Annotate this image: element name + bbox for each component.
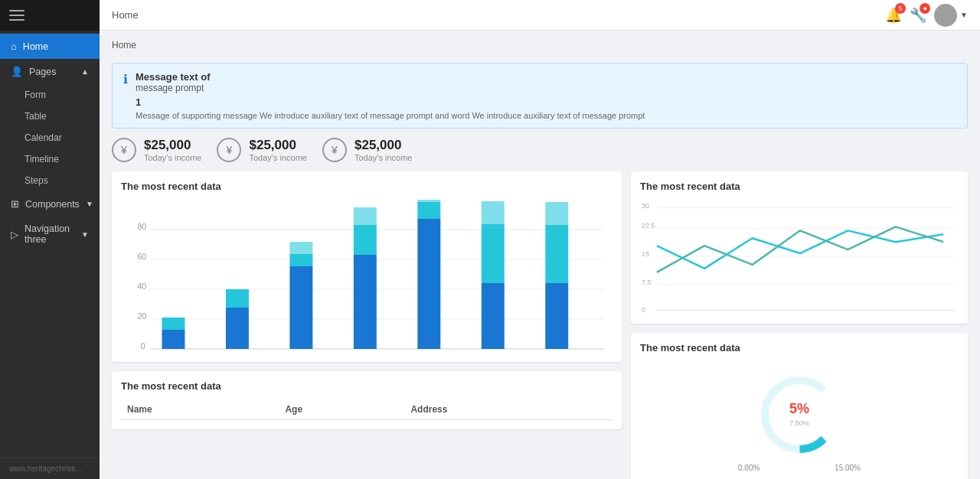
currency-icon-2: ¥ (217, 138, 241, 162)
svg-text:30: 30 (642, 202, 649, 210)
stat-card-3: ¥ $25,000 Today's income (322, 138, 412, 162)
gauge-chart-card: The most recent data 5% 7.50% 0.0 (631, 333, 968, 479)
sidebar-item-timeline[interactable]: Timeline (0, 148, 100, 170)
svg-text:15: 15 (642, 250, 649, 258)
avatar-chevron-icon: ▼ (960, 11, 968, 19)
avatar (934, 4, 957, 27)
col-age: Age (279, 399, 404, 420)
alert-description: Message of supporting message We introdu… (136, 111, 645, 120)
svg-text:22.5: 22.5 (642, 222, 655, 230)
stats-row: ¥ $25,000 Today's income ¥ $25,000 Today… (112, 138, 968, 162)
svg-rect-18 (354, 225, 377, 255)
stat-card-1: ¥ $25,000 Today's income (112, 138, 201, 162)
line-chart-card: The most recent data 0 7.5 15 22.5 30 (631, 171, 968, 324)
svg-text:40: 40 (137, 282, 146, 291)
svg-rect-21 (417, 202, 440, 219)
sidebar-item-components[interactable]: ⊞ Components ▼ (0, 191, 100, 217)
svg-rect-22 (417, 200, 440, 202)
sidebar-item-steps[interactable]: Steps (0, 170, 100, 191)
stat-value-2: $25,000 (249, 138, 306, 153)
svg-rect-13 (226, 289, 249, 308)
right-charts: The most recent data 0 7.5 15 22.5 30 (631, 171, 968, 470)
svg-rect-24 (482, 224, 505, 283)
svg-rect-11 (162, 318, 185, 330)
sidebar-item-label: Pages (29, 67, 56, 77)
col-address: Address (404, 399, 612, 420)
user-icon: 👤 (11, 66, 23, 77)
sidebar-item-label: Navigation three (24, 223, 75, 245)
alert-number: 1 (136, 96, 645, 108)
sidebar-item-label: Home (23, 41, 48, 52)
stat-card-2: ¥ $25,000 Today's income (217, 138, 306, 162)
stat-label-1: Today's income (144, 153, 201, 162)
svg-text:60: 60 (137, 253, 146, 261)
stat-value-3: $25,000 (354, 138, 412, 153)
line-chart-title: The most recent data (640, 181, 959, 192)
topbar: Home 🔔 5 🔧 ● ▼ (100, 0, 980, 31)
sidebar-item-nav3[interactable]: ▷ Navigation three ▼ (0, 217, 100, 252)
user-menu-button[interactable]: ▼ (934, 4, 968, 27)
stat-label-3: Today's income (354, 153, 412, 162)
svg-rect-14 (289, 266, 312, 349)
components-icon: ⊞ (11, 198, 19, 210)
stat-value-1: $25,000 (144, 138, 201, 153)
left-charts: The most recent data 0 20 40 60 80 (112, 171, 622, 470)
settings-button[interactable]: 🔧 ● (910, 7, 926, 24)
svg-rect-27 (545, 225, 568, 283)
bar-chart-card: The most recent data 0 20 40 60 80 (112, 171, 622, 362)
sidebar-sub-label: Calendar (24, 132, 62, 143)
chevron-down-icon2: ▼ (81, 230, 89, 239)
gauge-labels: 0.00% 15.00% (738, 464, 861, 472)
alert-title: Message text of (136, 71, 645, 83)
bell-badge: 5 (895, 3, 906, 14)
gauge-max-label: 15.00% (835, 464, 861, 472)
sidebar-item-form[interactable]: Form (0, 84, 100, 106)
svg-rect-12 (226, 308, 249, 349)
breadcrumb: Home (112, 40, 968, 51)
svg-rect-15 (289, 254, 312, 266)
nav3-icon: ▷ (11, 229, 18, 240)
svg-text:7.50%: 7.50% (789, 419, 809, 427)
alert-content: Message text of message prompt 1 Message… (136, 71, 645, 120)
svg-text:7.5: 7.5 (642, 279, 651, 286)
svg-rect-23 (482, 283, 505, 349)
currency-icon-3: ¥ (322, 138, 347, 162)
chevron-down-icon: ▼ (86, 200, 93, 208)
gauge-svg: 5% 7.50% (753, 369, 845, 461)
info-icon: ℹ (123, 72, 128, 120)
table-title: The most recent data (121, 380, 612, 392)
line-chart-svg: 0 7.5 15 22.5 30 (640, 200, 959, 314)
svg-rect-20 (417, 219, 440, 349)
svg-text:0: 0 (642, 306, 645, 314)
svg-rect-25 (482, 201, 505, 224)
svg-rect-28 (545, 202, 568, 225)
sidebar-item-calendar[interactable]: Calendar (0, 127, 100, 148)
col-name: Name (121, 399, 279, 420)
sidebar-footer: www.heritagechristi... (0, 458, 100, 479)
bar-chart-svg: 0 20 40 60 80 (121, 200, 612, 353)
table-card: The most recent data Name Age Address (112, 371, 622, 429)
sidebar-sub-label: Timeline (24, 154, 59, 165)
sidebar-item-label: Components (25, 199, 80, 210)
sidebar-sub-label: Form (24, 90, 46, 100)
home-icon: ⌂ (11, 41, 17, 52)
menu-icon[interactable] (9, 10, 24, 21)
sidebar-sub-label: Table (24, 111, 47, 122)
alert-subtitle: message prompt (136, 83, 645, 93)
bar-chart-area: 0 20 40 60 80 (121, 200, 612, 353)
bar-chart-title: The most recent data (121, 181, 612, 192)
sidebar: ⌂ Home 👤 Pages ▲ Form Table Calendar Tim… (0, 0, 100, 479)
svg-text:20: 20 (137, 312, 146, 321)
svg-rect-16 (289, 242, 312, 254)
line-chart-area: 0 7.5 15 22.5 30 (640, 200, 959, 314)
sidebar-item-pages[interactable]: 👤 Pages ▲ (0, 59, 100, 84)
topbar-icons: 🔔 5 🔧 ● ▼ (885, 4, 968, 27)
gauge-chart-title: The most recent data (640, 342, 959, 354)
settings-badge: ● (920, 3, 930, 14)
bell-button[interactable]: 🔔 5 (885, 7, 902, 24)
sidebar-item-home[interactable]: ⌂ Home (0, 34, 100, 59)
charts-section: The most recent data 0 20 40 60 80 (112, 171, 968, 470)
gauge-min-label: 0.00% (738, 464, 760, 472)
sidebar-item-table[interactable]: Table (0, 106, 100, 127)
currency-icon-1: ¥ (112, 138, 136, 162)
